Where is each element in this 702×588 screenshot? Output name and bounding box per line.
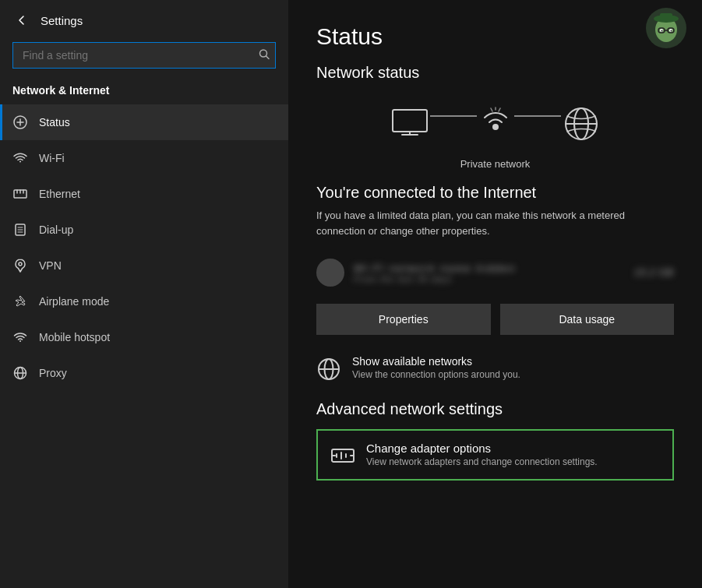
- network-diagram: [316, 96, 674, 152]
- network-info-text: Wi-Fi network name hidden From the last …: [354, 262, 625, 283]
- action-buttons: Properties Data usage: [316, 304, 674, 335]
- globe-node: [561, 104, 601, 144]
- show-networks-icon: [316, 357, 341, 382]
- svg-point-29: [492, 124, 499, 130]
- page-title: Status: [316, 23, 674, 50]
- sidebar-item-label-vpn: VPN: [39, 259, 62, 272]
- show-networks-text: Show available networks View the connect…: [352, 355, 520, 380]
- svg-line-32: [499, 108, 500, 111]
- search-box[interactable]: [12, 42, 276, 69]
- private-label: Private network: [316, 158, 674, 170]
- change-adapter-icon: [330, 443, 355, 468]
- sidebar: Settings Network & Internet Status: [0, 0, 288, 588]
- airplane-icon: [12, 294, 28, 309]
- sidebar-item-label-proxy: Proxy: [39, 367, 67, 379]
- router-node: [477, 107, 514, 141]
- change-adapter-sub: View network adapters and change connect…: [366, 456, 598, 467]
- sidebar-item-vpn[interactable]: VPN: [0, 248, 288, 283]
- avatar: [646, 8, 686, 48]
- section-label: Network & Internet: [0, 79, 288, 104]
- main-content: Status Network status: [288, 0, 702, 588]
- sidebar-item-hotspot[interactable]: Mobile hotspot: [0, 319, 288, 355]
- wifi-icon: [12, 150, 28, 166]
- search-input[interactable]: [12, 42, 276, 69]
- change-adapter-text: Change adapter options View network adap…: [366, 442, 598, 467]
- show-networks-sub: View the connection options around you.: [352, 369, 520, 380]
- dialup-icon: [12, 222, 28, 238]
- sidebar-item-label-dialup: Dial-up: [39, 224, 73, 236]
- hotspot-icon: [12, 329, 28, 345]
- status-icon: [12, 114, 28, 130]
- sidebar-item-label-status: Status: [39, 116, 70, 129]
- properties-button[interactable]: Properties: [316, 304, 491, 335]
- sidebar-item-status[interactable]: Status: [0, 104, 288, 140]
- change-adapter-title: Change adapter options: [366, 442, 598, 455]
- sidebar-item-dialup[interactable]: Dial-up: [0, 212, 288, 248]
- sidebar-item-label-hotspot: Mobile hotspot: [39, 331, 110, 343]
- sidebar-item-wifi[interactable]: Wi-Fi: [0, 140, 288, 176]
- network-name: Wi-Fi network name hidden: [354, 262, 625, 274]
- connected-title: You're connected to the Internet: [316, 184, 674, 202]
- settings-title: Settings: [41, 14, 83, 27]
- sidebar-item-ethernet[interactable]: Ethernet: [0, 176, 288, 212]
- network-sub: From the last 30 days: [354, 274, 625, 283]
- svg-point-25: [671, 30, 672, 32]
- network-info-row: Wi-Fi network name hidden From the last …: [316, 252, 674, 293]
- svg-line-30: [491, 108, 492, 111]
- line-2: [514, 115, 561, 117]
- sidebar-header: Settings: [0, 0, 288, 39]
- network-avatar: [316, 259, 344, 287]
- vpn-icon: [12, 258, 28, 273]
- svg-rect-18: [660, 13, 672, 21]
- line-1: [430, 115, 477, 117]
- back-button[interactable]: [12, 11, 31, 30]
- svg-line-1: [266, 56, 270, 59]
- sidebar-item-label-airplane: Airplane mode: [39, 295, 109, 308]
- pc-node: [390, 107, 430, 141]
- sidebar-item-proxy[interactable]: Proxy: [0, 355, 288, 391]
- advanced-title: Advanced network settings: [316, 400, 674, 418]
- connected-desc: If you have a limited data plan, you can…: [316, 208, 674, 238]
- show-networks-title[interactable]: Show available networks: [352, 355, 520, 368]
- ethernet-icon: [12, 186, 28, 202]
- proxy-icon: [12, 365, 28, 381]
- search-icon[interactable]: [259, 49, 270, 62]
- network-status-title: Network status: [316, 64, 674, 82]
- change-adapter-row[interactable]: Change adapter options View network adap…: [316, 429, 674, 481]
- data-usage-button[interactable]: Data usage: [500, 304, 675, 335]
- sidebar-item-label-ethernet: Ethernet: [39, 188, 80, 200]
- svg-point-24: [661, 30, 663, 32]
- network-size: 15.2 GB: [634, 267, 674, 278]
- show-networks-row[interactable]: Show available networks View the connect…: [316, 355, 674, 382]
- sidebar-item-airplane[interactable]: Airplane mode: [0, 283, 288, 319]
- svg-rect-26: [393, 110, 427, 132]
- svg-point-11: [19, 262, 22, 266]
- sidebar-item-label-wifi: Wi-Fi: [39, 152, 65, 164]
